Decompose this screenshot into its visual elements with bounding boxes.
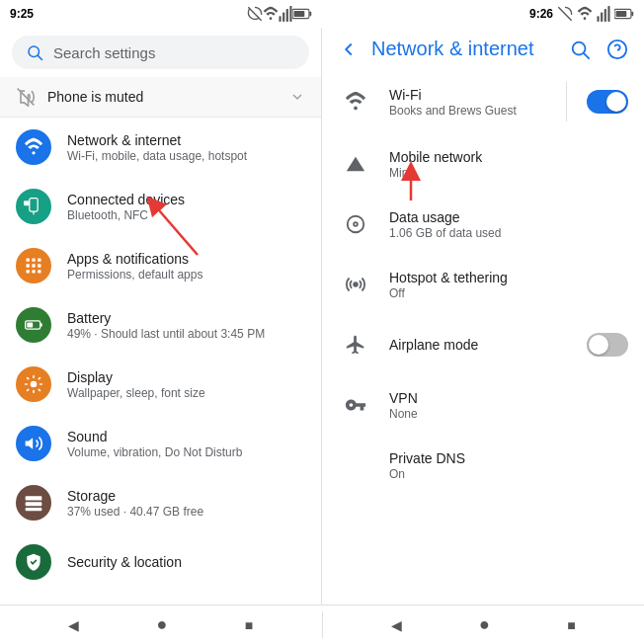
right-back-btn[interactable]: ◀ (391, 617, 402, 633)
svg-line-58 (584, 53, 589, 58)
network-icon (24, 137, 43, 157)
network-title: Network & internet (67, 132, 305, 148)
mobile-nav-icon (338, 146, 373, 182)
search-bar[interactable]: Search settings (12, 36, 309, 69)
left-back-btn[interactable]: ◀ (68, 617, 79, 633)
battery-icon-bg (16, 307, 51, 343)
right-recents-btn[interactable]: ■ (567, 617, 575, 633)
svg-rect-31 (27, 264, 30, 267)
settings-item-security[interactable]: Security & location (0, 532, 321, 592)
network-text: Network & internet Wi-Fi, mobile, data u… (67, 132, 305, 163)
storage-subtitle: 37% used · 40.47 GB free (67, 505, 305, 519)
dns-net-title: Private DNS (389, 450, 628, 466)
left-home-btn[interactable]: ● (157, 614, 168, 635)
svg-point-1 (270, 17, 273, 20)
help-icon[interactable] (606, 39, 628, 60)
airplane-net-text: Airplane mode (389, 337, 571, 354)
airplane-net-title: Airplane mode (389, 337, 571, 353)
svg-rect-30 (38, 259, 40, 262)
hotspot-icon (345, 274, 366, 295)
svg-rect-4 (286, 9, 288, 22)
svg-rect-35 (32, 270, 35, 273)
settings-item-display[interactable]: Display Wallpaper, sleep, font size (0, 355, 321, 414)
svg-rect-27 (24, 201, 30, 205)
security-icon (24, 552, 43, 572)
network-item-dns[interactable]: Private DNS On (322, 436, 644, 496)
network-item-hotspot[interactable]: Hotspot & tethering Off (322, 255, 644, 315)
data-net-title: Data usage (389, 209, 628, 225)
svg-rect-39 (27, 323, 33, 328)
mute-banner-icon (16, 87, 36, 107)
display-text: Display Wallpaper, sleep, font size (67, 369, 305, 400)
svg-point-65 (354, 282, 358, 286)
vpn-nav-icon (338, 387, 373, 423)
hotspot-net-text: Hotspot & tethering Off (389, 270, 628, 300)
right-home-btn[interactable]: ● (479, 614, 490, 635)
network-item-data[interactable]: Data usage 1.06 GB of data used (322, 195, 644, 255)
sound-subtitle: Volume, vibration, Do Not Disturb (67, 445, 305, 459)
settings-item-apps[interactable]: Apps & notifications Permissions, defaul… (0, 236, 321, 295)
bottom-nav: ◀ ● ■ ◀ ● ■ (0, 604, 644, 644)
wifi-net-subtitle: Books and Brews Guest (389, 104, 546, 118)
right-signal-icon (597, 6, 610, 22)
svg-rect-24 (30, 199, 38, 211)
network-item-airplane[interactable]: Airplane mode (322, 315, 644, 375)
settings-item-connected[interactable]: Connected devices Bluetooth, NFC (0, 177, 321, 236)
settings-item-storage[interactable]: Storage 37% used · 40.47 GB free (0, 473, 321, 532)
back-icon[interactable] (338, 39, 360, 60)
mobile-net-text: Mobile network Mint (389, 149, 628, 180)
right-wifi-icon (577, 6, 593, 22)
hotspot-net-title: Hotspot & tethering (389, 270, 628, 285)
svg-rect-13 (604, 9, 606, 22)
svg-rect-36 (38, 270, 40, 273)
svg-rect-8 (294, 11, 305, 17)
left-nav: ◀ ● ■ (0, 605, 322, 644)
mobile-icon (345, 153, 366, 175)
svg-point-64 (354, 222, 358, 226)
search-bar-container[interactable]: Search settings (0, 28, 321, 77)
settings-list: Network & internet Wi-Fi, mobile, data u… (0, 118, 321, 604)
wifi-divider (566, 82, 567, 121)
network-item-vpn[interactable]: VPN None (322, 375, 644, 436)
svg-rect-12 (601, 13, 603, 22)
battery-title: Battery (67, 310, 305, 326)
network-item-wifi[interactable]: Wi-Fi Books and Brews Guest (322, 70, 644, 134)
svg-line-43 (28, 378, 29, 379)
settings-item-battery[interactable]: Battery 49% · Should last until about 3:… (0, 295, 321, 355)
wifi-net-text: Wi-Fi Books and Brews Guest (389, 87, 546, 118)
airplane-toggle[interactable] (587, 333, 628, 357)
network-item-mobile[interactable]: Mobile network Mint (322, 134, 644, 195)
battery-subtitle: 49% · Should last until about 3:45 PM (67, 327, 305, 341)
svg-rect-11 (597, 16, 599, 22)
battery-settings-icon (24, 315, 43, 335)
svg-rect-7 (309, 12, 311, 17)
settings-item-network[interactable]: Network & internet Wi-Fi, mobile, data u… (0, 118, 321, 177)
left-recents-btn[interactable]: ■ (245, 617, 253, 633)
wifi-toggle[interactable] (587, 90, 628, 114)
network-list: Wi-Fi Books and Brews Guest Mobile netwo… (322, 70, 644, 604)
data-net-text: Data usage 1.06 GB of data used (389, 209, 628, 240)
svg-point-23 (32, 151, 35, 154)
right-header: Network & internet (322, 28, 644, 70)
dns-net-text: Private DNS On (389, 450, 628, 481)
airplane-nav-icon (338, 327, 373, 362)
left-time: 9:25 (10, 7, 34, 21)
right-nav: ◀ ● ■ (323, 605, 645, 644)
data-icon (345, 213, 366, 235)
hotspot-nav-icon (338, 267, 373, 302)
connected-text: Connected devices Bluetooth, NFC (67, 192, 305, 222)
dns-nav-icon (338, 447, 373, 483)
mobile-net-subtitle: Mint (389, 166, 628, 180)
left-panel: Search settings Phone is muted (0, 28, 322, 604)
svg-marker-62 (347, 157, 364, 172)
data-nav-icon (338, 206, 373, 242)
vpn-icon (345, 394, 366, 416)
storage-text: Storage 37% used · 40.47 GB free (67, 488, 305, 519)
connected-icon-bg (16, 189, 51, 224)
mobile-net-title: Mobile network (389, 149, 628, 165)
svg-point-10 (584, 17, 587, 20)
right-search-icon[interactable] (569, 39, 591, 60)
settings-item-sound[interactable]: Sound Volume, vibration, Do Not Disturb (0, 414, 321, 473)
security-text: Security & location (67, 554, 305, 571)
svg-line-48 (39, 378, 40, 379)
